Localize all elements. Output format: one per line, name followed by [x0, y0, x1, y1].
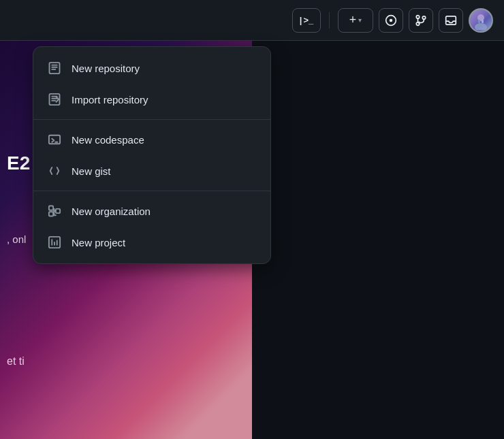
chevron-down-icon: ▾	[358, 16, 362, 24]
menu-item-new-repository[interactable]: New repository	[33, 52, 270, 84]
create-dropdown-menu: New repository Import repository New cod…	[33, 46, 271, 264]
svg-rect-12	[49, 135, 60, 144]
svg-rect-5	[446, 16, 456, 24]
inbox-button[interactable]	[439, 8, 463, 33]
menu-divider-1	[33, 119, 270, 120]
menu-item-new-gist[interactable]: New gist	[33, 155, 270, 186]
issues-button[interactable]	[379, 8, 403, 33]
menu-item-new-project[interactable]: New project	[33, 227, 270, 258]
menu-item-new-organization-label: New organization	[72, 206, 151, 217]
pull-request-icon	[415, 14, 427, 27]
svg-rect-14	[49, 212, 53, 216]
menu-item-new-codespace-label: New codespace	[72, 134, 144, 146]
nav-divider-1	[329, 12, 330, 29]
pipe-icon: |	[300, 15, 302, 25]
bg-text-et: et ti	[7, 355, 25, 368]
navbar: | >_ + ▾	[0, 0, 504, 41]
menu-item-new-repository-label: New repository	[72, 63, 140, 74]
svg-rect-10	[50, 63, 60, 74]
pull-requests-button[interactable]	[409, 8, 433, 33]
svg-rect-13	[49, 206, 53, 210]
svg-point-1	[390, 18, 393, 22]
project-icon	[47, 235, 62, 250]
menu-item-new-gist-label: New gist	[72, 165, 111, 177]
terminal-button[interactable]: | >_	[292, 8, 321, 33]
terminal-icon: >_	[303, 15, 313, 25]
gist-icon	[47, 163, 62, 178]
avatar-button[interactable]	[469, 8, 493, 33]
menu-item-new-codespace[interactable]: New codespace	[33, 124, 270, 155]
import-icon	[47, 92, 62, 107]
menu-divider-2	[33, 191, 270, 191]
plus-icon: +	[349, 13, 357, 27]
bg-text-onl: , onl	[7, 231, 26, 248]
org-icon	[47, 204, 62, 218]
menu-item-new-project-label: New project	[72, 237, 125, 248]
repo-icon	[47, 61, 62, 76]
avatar	[470, 10, 492, 31]
menu-item-new-organization[interactable]: New organization	[33, 195, 270, 227]
menu-item-import-repository[interactable]: Import repository	[33, 84, 270, 115]
svg-rect-9	[482, 20, 484, 23]
codespace-icon	[47, 132, 62, 147]
menu-item-import-repository-label: Import repository	[72, 94, 148, 105]
bg-text-e2: E2	[0, 150, 30, 176]
issues-icon	[385, 14, 397, 27]
svg-point-7	[475, 23, 487, 30]
avatar-image	[471, 11, 490, 30]
create-button[interactable]: + ▾	[338, 8, 373, 33]
svg-rect-8	[478, 20, 480, 23]
inbox-icon	[445, 14, 457, 27]
